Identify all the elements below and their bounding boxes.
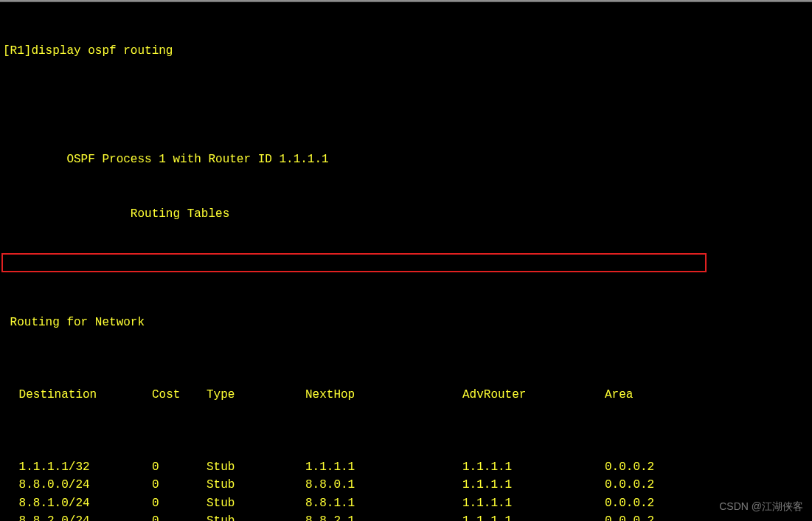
col-cost: Cost <box>152 386 207 404</box>
col-type: Type <box>207 386 305 404</box>
blank-line <box>3 97 809 115</box>
cell-type: Stub <box>207 512 305 521</box>
routing-table-body: 1.1.1.1/320Stub1.1.1.11.1.1.10.0.0.2 8.8… <box>3 458 809 522</box>
cell-destination: 1.1.1.1/32 <box>3 458 152 477</box>
cell-cost: 0 <box>152 458 207 477</box>
table-row: 8.8.1.0/240Stub8.8.1.11.1.1.10.0.0.2 <box>3 494 809 513</box>
cell-cost: 0 <box>152 494 207 513</box>
cell-destination: 8.8.0.0/24 <box>3 476 152 494</box>
ospf-header-line: OSPF Process 1 with Router ID 1.1.1.1 <box>3 151 809 169</box>
cell-type: Stub <box>207 458 305 477</box>
col-destination: Destination <box>3 386 152 404</box>
cell-nexthop: 8.8.2.1 <box>305 512 462 521</box>
table-row: 8.8.0.0/240Stub8.8.0.11.1.1.10.0.0.2 <box>3 476 809 494</box>
cell-advrouter: 1.1.1.1 <box>462 494 605 513</box>
window-top-border <box>0 0 812 2</box>
col-nexthop: NextHop <box>305 386 462 404</box>
blank-line <box>3 259 809 277</box>
csdn-watermark: CSDN @江湖侠客 <box>719 500 803 514</box>
cell-area: 0.0.0.2 <box>605 476 809 494</box>
routing-tables-line: Routing Tables <box>3 205 809 224</box>
table-row: 1.1.1.1/320Stub1.1.1.11.1.1.10.0.0.2 <box>3 458 809 477</box>
cell-type: Stub <box>207 476 305 494</box>
cell-area: 0.0.0.2 <box>605 458 809 477</box>
cell-destination: 8.8.2.0/24 <box>3 512 152 521</box>
terminal-output[interactable]: [R1]display ospf routing OSPF Process 1 … <box>0 0 812 521</box>
cell-nexthop: 1.1.1.1 <box>305 458 462 477</box>
cell-nexthop: 8.8.0.1 <box>305 476 462 494</box>
table-row: 8.8.2.0/240Stub8.8.2.11.1.1.10.0.0.2 <box>3 512 809 521</box>
col-advrouter: AdvRouter <box>462 386 605 404</box>
col-area: Area <box>605 386 809 404</box>
table-header-row: Destination Cost Type NextHop AdvRouter … <box>3 386 809 404</box>
cell-cost: 0 <box>152 476 207 494</box>
cell-type: Stub <box>207 494 305 513</box>
cell-cost: 0 <box>152 512 207 521</box>
cell-advrouter: 1.1.1.1 <box>462 458 605 477</box>
command-line: [R1]display ospf routing <box>3 42 809 61</box>
cell-destination: 8.8.1.0/24 <box>3 494 152 513</box>
cell-nexthop: 8.8.1.1 <box>305 494 462 513</box>
cell-advrouter: 1.1.1.1 <box>462 512 605 521</box>
routing-section-title: Routing for Network <box>3 314 809 332</box>
cell-advrouter: 1.1.1.1 <box>462 476 605 494</box>
